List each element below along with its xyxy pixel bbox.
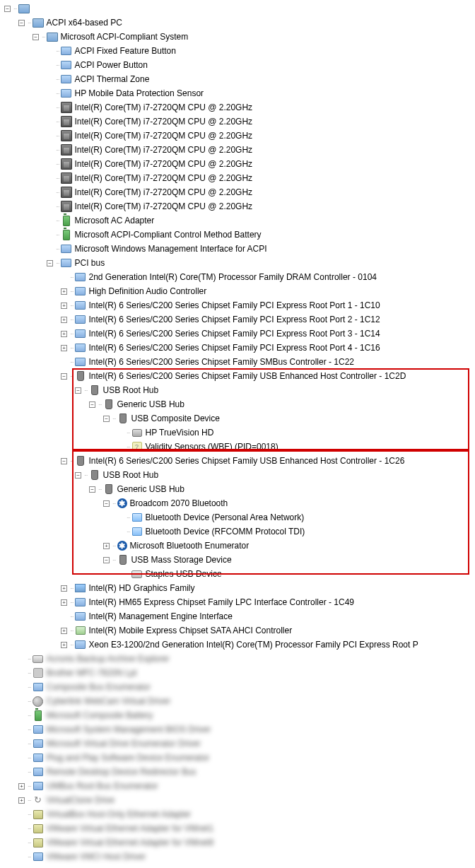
tree-node-pci-3[interactable]: +···Intel(R) 6 Series/C200 Series Chipse…	[1, 327, 475, 341]
collapse-icon[interactable]: −	[103, 500, 110, 507]
collapse-icon[interactable]: −	[18, 20, 25, 26]
tree-node-label: ACPI x64-based PC	[46, 16, 122, 30]
expand-icon[interactable]: +	[61, 331, 67, 337]
tree-node-bt-rfcomm[interactable]: ···Bluetooth Device (RFCOMM Protocol TDI…	[1, 524, 475, 539]
tree-node-b14[interactable]: ···VMware Virtual Ethernet Adapter for V…	[1, 835, 475, 850]
tree-node-cpu3[interactable]: ···Intel(R) Core(TM) i7-2720QM CPU @ 2.2…	[1, 143, 475, 157]
tree-node-generic-hub-2[interactable]: −···Generic USB Hub	[1, 482, 475, 496]
tree-node-b5[interactable]: ···Microsoft Composite Battery	[1, 708, 475, 722]
battery-icon	[33, 710, 44, 721]
tree-node-cpu2[interactable]: ···Intel(R) Core(TM) i7-2720QM CPU @ 2.2…	[1, 129, 475, 143]
tree-node-cpu6[interactable]: ···Intel(R) Core(TM) i7-2720QM CPU @ 2.2…	[1, 185, 475, 199]
tree-node-label: Composite Bus Enumerator	[46, 680, 151, 694]
monitor-icon	[75, 314, 86, 325]
tree-node-usb-root-2[interactable]: −···USB Root Hub	[1, 468, 475, 482]
tree-node-smbus[interactable]: ···Intel(R) 6 Series/C200 Series Chipset…	[1, 355, 475, 369]
tree-node-ctrl-battery[interactable]: ···Microsoft ACPI-Compliant Control Meth…	[1, 228, 475, 242]
expand-icon[interactable]: +	[61, 628, 67, 634]
tree-node-lpc[interactable]: +···Intel(R) HM65 Express Chipset Family…	[1, 595, 475, 609]
monitor-icon	[75, 342, 86, 353]
tree-node-bt-enum[interactable]: +···Microsoft Bluetooth Enumerator	[1, 539, 475, 553]
collapse-icon[interactable]: −	[89, 486, 95, 493]
tree-node-b10[interactable]: +···UMBus Root Bus Enumerator	[1, 779, 475, 793]
collapse-icon[interactable]: −	[89, 401, 95, 408]
expand-icon[interactable]: +	[61, 642, 67, 648]
tree-node-cpu1[interactable]: ···Intel(R) Core(TM) i7-2720QM CPU @ 2.2…	[1, 115, 475, 129]
tree-node-broadcom[interactable]: −···Broadcom 2070 Bluetooth	[1, 496, 475, 510]
tree-node-generic-hub-1[interactable]: −···Generic USB Hub	[1, 397, 475, 411]
tree-node-cpu4[interactable]: ···Intel(R) Core(TM) i7-2720QM CPU @ 2.2…	[1, 157, 475, 171]
tree-node-b11[interactable]: +···VirtualClone Drive	[1, 793, 475, 807]
tree-node-label: Intel(R) Core(TM) i7-2720QM CPU @ 2.20GH…	[74, 199, 253, 213]
tree-node-pci-2[interactable]: +···Intel(R) 6 Series/C200 Series Chipse…	[1, 312, 475, 327]
tree-node-ms-acpi[interactable]: −···Microsoft ACPI-Compliant System	[1, 30, 475, 44]
tree-node-hd-gfx[interactable]: +···Intel(R) HD Graphics Family	[1, 581, 475, 595]
tree-node-power-btn[interactable]: ···ACPI Power Button	[1, 58, 475, 72]
expand-icon[interactable]: +	[61, 345, 67, 351]
computer-icon	[18, 3, 30, 14]
tree-node-b1[interactable]: ···Acronis Backup Archive Explorer	[1, 652, 475, 666]
tree-node-label: 2nd Generation Intel(R) Core(TM) Process…	[88, 270, 377, 284]
tree-node-hp-sensor[interactable]: ···HP Mobile Data Protection Sensor	[1, 86, 475, 100]
tree-node-b4[interactable]: ···Cyberlink WebCam Virtual Driver	[1, 694, 475, 708]
tree-node-pci-4[interactable]: +···Intel(R) 6 Series/C200 Series Chipse…	[1, 341, 475, 355]
tree-node-usb-composite[interactable]: −···USB Composite Device	[1, 411, 475, 426]
tree-node-usb-host-1c26[interactable]: −···Intel(R) 6 Series/C200 Series Chipse…	[1, 454, 475, 468]
expand-icon[interactable]: +	[61, 303, 67, 309]
tree-node-cpu5[interactable]: ···Intel(R) Core(TM) i7-2720QM CPU @ 2.2…	[1, 171, 475, 185]
tree-node-root[interactable]: −···	[1, 1, 475, 16]
tree-node-label: USB Mass Storage Device	[131, 553, 232, 567]
expand-icon[interactable]: +	[18, 783, 25, 790]
collapse-icon[interactable]: −	[75, 387, 81, 394]
collapse-icon[interactable]: −	[103, 416, 110, 422]
tree-node-usb-host-1c2d[interactable]: −···Intel(R) 6 Series/C200 Series Chipse…	[1, 369, 475, 383]
tree-node-pci-bus[interactable]: −···PCI bus	[1, 256, 475, 270]
tree-node-validity[interactable]: ···Validity Sensors (WBF) (PID=0018)	[1, 440, 475, 454]
tree-node-b15[interactable]: ···VMware VMCI Host Driver	[1, 850, 475, 864]
expand-icon[interactable]: +	[61, 599, 67, 606]
usb-icon	[103, 399, 115, 410]
tree-node-wmi-acpi[interactable]: ···Microsoft Windows Management Interfac…	[1, 242, 475, 256]
expand-icon[interactable]: +	[61, 585, 67, 592]
tree-node-ac-adapter[interactable]: ···Microsoft AC Adapter	[1, 213, 475, 228]
tree-node-cpu7[interactable]: ···Intel(R) Core(TM) i7-2720QM CPU @ 2.2…	[1, 199, 475, 213]
tree-node-b9[interactable]: ···Remote Desktop Device Redirector Bus	[1, 765, 475, 779]
sys-icon	[33, 724, 44, 735]
tree-node-b13[interactable]: ···VMware Virtual Ethernet Adapter for V…	[1, 821, 475, 835]
tree-node-xeon[interactable]: +···Xeon E3-1200/2nd Generation Intel(R)…	[1, 638, 475, 652]
tree-node-bt-pan[interactable]: ···Bluetooth Device (Personal Area Netwo…	[1, 510, 475, 524]
tree-node-mei[interactable]: ···Intel(R) Management Engine Interface	[1, 609, 475, 623]
tree-node-staples[interactable]: ···Staples USB Device	[1, 567, 475, 581]
expand-icon[interactable]: +	[18, 797, 25, 804]
collapse-icon[interactable]: −	[47, 260, 53, 266]
tree-node-b7[interactable]: ···Microsoft Virtual Drive Enumerator Dr…	[1, 737, 475, 751]
collapse-icon[interactable]: −	[4, 6, 11, 12]
tree-node-sata[interactable]: +···Intel(R) Mobile Express Chipset SATA…	[1, 623, 475, 638]
expand-icon[interactable]: +	[61, 288, 67, 295]
collapse-icon[interactable]: −	[61, 458, 67, 464]
tree-node-truevision[interactable]: ···HP TrueVision HD	[1, 426, 475, 440]
expand-icon[interactable]: +	[103, 543, 110, 549]
tree-node-acpi-pc[interactable]: −···ACPI x64-based PC	[1, 16, 475, 30]
collapse-icon[interactable]: −	[61, 373, 67, 380]
tree-node-fixed-btn[interactable]: ···ACPI Fixed Feature Button	[1, 44, 475, 58]
collapse-icon[interactable]: −	[75, 472, 81, 479]
tree-node-label: Microsoft ACPI-Compliant System	[60, 30, 189, 44]
tree-node-b8[interactable]: ···Plug and Play Software Device Enumera…	[1, 751, 475, 765]
tree-node-b6[interactable]: ···Microsoft System Management BIOS Driv…	[1, 722, 475, 737]
tree-node-pci-1[interactable]: +···Intel(R) 6 Series/C200 Series Chipse…	[1, 298, 475, 312]
tree-node-usb-root-1[interactable]: −···USB Root Hub	[1, 383, 475, 397]
tree-node-b2[interactable]: ···Brother MFC-7820N Lpt	[1, 666, 475, 680]
tree-node-b3[interactable]: ···Composite Bus Enumerator	[1, 680, 475, 694]
tree-node-hd-audio[interactable]: +···High Definition Audio Controller	[1, 284, 475, 298]
collapse-icon[interactable]: −	[33, 34, 39, 40]
tree-node-thermal[interactable]: ···ACPI Thermal Zone	[1, 72, 475, 86]
tree-node-cpu0[interactable]: ···Intel(R) Core(TM) i7-2720QM CPU @ 2.2…	[1, 100, 475, 115]
tree-node-label: Intel(R) 6 Series/C200 Series Chipset Fa…	[88, 312, 380, 327]
tree-node-label: VMware Virtual Ethernet Adapter for VMne…	[46, 835, 214, 850]
expand-icon[interactable]: +	[61, 317, 67, 323]
collapse-icon[interactable]: −	[103, 557, 110, 563]
tree-node-dram[interactable]: ···2nd Generation Intel(R) Core(TM) Proc…	[1, 270, 475, 284]
tree-node-usb-mass[interactable]: −···USB Mass Storage Device	[1, 553, 475, 567]
tree-node-b12[interactable]: ···VirtualBox Host-Only Ethernet Adapter	[1, 807, 475, 821]
